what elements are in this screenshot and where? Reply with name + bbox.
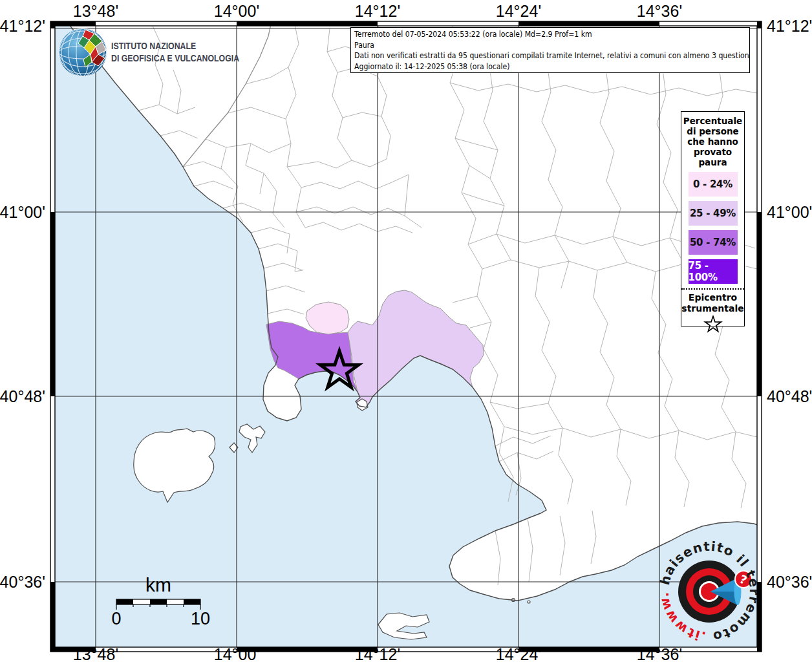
legend-separator	[681, 288, 744, 290]
legend-swatch-0-24: 0 - 24%	[689, 172, 738, 197]
axis-label-bottom-4: 14°36'	[637, 645, 682, 662]
axis-label-top-1: 14°00'	[214, 2, 259, 20]
scale-unit-label: km	[145, 574, 171, 595]
map-page: km 0 10 ?	[0, 0, 812, 662]
axis-label-top-2: 14°12'	[355, 2, 400, 20]
axis-label-bottom-2: 14°12'	[355, 645, 400, 662]
legend-title-line: provato	[681, 147, 744, 157]
axis-label-right-3: 40°36'	[767, 573, 812, 591]
axis-label-right-2: 40°48'	[767, 387, 812, 405]
info-line-updated: Aggiornato il: 14-12-2025 05:38 (ora loc…	[354, 61, 750, 72]
axis-label-bottom-3: 14°24'	[496, 645, 541, 662]
ingv-logo: ISTITUTO NAZIONALE DI GEOFISICA E VULCAN…	[57, 27, 262, 78]
axis-label-right-1: 41°00'	[767, 203, 812, 221]
axis-label-bottom-0: 13°48'	[73, 645, 118, 662]
legend-epicenter-label-line2: strumentale	[681, 303, 744, 314]
scale-start-label: 0	[111, 609, 121, 628]
map-svg: km 0 10 ?	[0, 0, 812, 662]
legend-swatch-50-74: 50 - 74%	[689, 230, 738, 255]
axis-label-top-4: 14°36'	[637, 2, 682, 20]
legend-title: Percentuale di persone che hanno provato…	[681, 116, 744, 167]
legend-swatch-75-100: 75 - 100%	[689, 259, 738, 284]
axis-label-bottom-1: 14°00'	[214, 645, 259, 662]
info-line-effect: Paura	[354, 40, 750, 51]
axis-label-left-3: 40°36'	[0, 573, 45, 591]
li-galli-islet	[528, 601, 530, 603]
legend-title-line: paura	[681, 157, 744, 167]
ingv-globe-icon	[57, 27, 109, 78]
legend-star-icon	[703, 315, 723, 334]
legend-swatch-25-49: 25 - 49%	[689, 201, 738, 226]
axis-label-top-0: 13°48'	[73, 2, 118, 20]
axis-label-right-0: 41°12'	[767, 17, 812, 35]
earthquake-info-box: Terremoto del 07-05-2024 05:53:22 (ora l…	[350, 27, 750, 73]
axis-label-left-1: 41°00'	[0, 203, 45, 221]
legend-title-line: Percentuale	[681, 116, 744, 126]
axis-label-top-3: 14°24'	[496, 2, 541, 20]
ingv-name-line1: ISTITUTO NAZIONALE	[111, 40, 239, 52]
legend-epicenter-label-line1: Epicentro	[681, 292, 744, 303]
legend: Percentuale di persone che hanno provato…	[681, 111, 745, 326]
info-line-event: Terremoto del 07-05-2024 05:53:22 (ora l…	[354, 29, 750, 40]
scale-end-label: 10	[191, 609, 210, 628]
axis-label-left-2: 40°48'	[0, 387, 45, 405]
axis-label-left-0: 41°12'	[0, 17, 45, 35]
info-line-source: Dati non verificati estratti da 95 quest…	[354, 50, 750, 61]
legend-title-line: di persone	[681, 126, 744, 136]
legend-title-line: che hanno	[681, 136, 744, 147]
ingv-name-line2: DI GEOFISICA E VULCANOLOGIA	[111, 52, 239, 65]
